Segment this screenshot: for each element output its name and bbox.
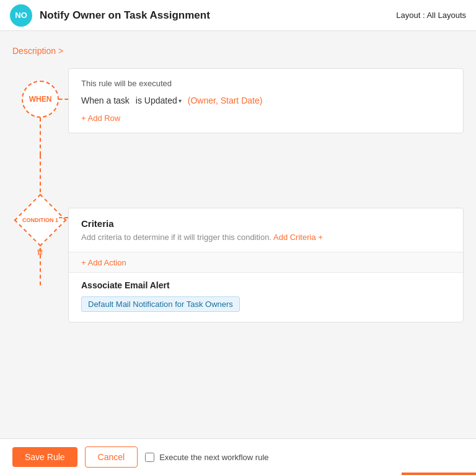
associate-email-section: Associate Email Alert Default Mail Notif… bbox=[81, 273, 451, 312]
criteria-title: Criteria bbox=[81, 218, 451, 229]
page-header: NO Notify Owner on Task Assignment Layou… bbox=[0, 0, 476, 31]
add-action-bar: + Add Action bbox=[69, 252, 463, 273]
footer: Save Rule Cancel Execute the next workfl… bbox=[0, 438, 476, 475]
add-row-link[interactable]: + Add Row bbox=[81, 113, 120, 123]
page-title: Notify Owner on Task Assignment bbox=[40, 9, 210, 22]
avatar: NO bbox=[10, 4, 32, 27]
execute-workflow-text: Execute the next workflow rule bbox=[159, 453, 268, 462]
delete-icon[interactable]: 🗑 bbox=[37, 247, 44, 256]
layout-label: Layout : All Layouts bbox=[396, 11, 466, 20]
description-link[interactable]: Description > bbox=[12, 46, 63, 56]
condition-label: CONDITION 1 bbox=[22, 217, 58, 224]
when-card: This rule will be executed When a task i… bbox=[68, 68, 464, 133]
cancel-button[interactable]: Cancel bbox=[85, 446, 138, 468]
save-rule-button[interactable]: Save Rule bbox=[12, 447, 77, 467]
task-row: When a task is Updated ▾ (Owner, Start D… bbox=[81, 94, 451, 107]
task-fields: (Owner, Start Date) bbox=[188, 95, 263, 105]
execute-workflow-checkbox[interactable] bbox=[145, 453, 154, 462]
workflow-area: WHEN CONDITION 1 🗑 bbox=[12, 68, 464, 322]
criteria-description: Add criteria to determine if it will tri… bbox=[81, 233, 451, 242]
execute-workflow-label[interactable]: Execute the next workflow rule bbox=[145, 453, 268, 462]
rule-executed-text: This rule will be executed bbox=[81, 79, 451, 88]
associate-email-title: Associate Email Alert bbox=[81, 280, 451, 290]
when-node: WHEN bbox=[22, 81, 59, 118]
card-gap bbox=[68, 133, 464, 208]
add-criteria-link[interactable]: Add Criteria + bbox=[273, 233, 323, 242]
condition-node: CONDITION 1 🗑 bbox=[15, 195, 65, 245]
chevron-down-icon: ▾ bbox=[178, 97, 182, 104]
main-content: Description > WHEN CONDITION 1 🗑 bbox=[0, 31, 476, 372]
header-left: NO Notify Owner on Task Assignment bbox=[10, 4, 210, 27]
condition-card: Criteria Add criteria to determine if it… bbox=[68, 208, 464, 322]
add-action-link[interactable]: + Add Action bbox=[81, 258, 126, 267]
cards-column: This rule will be executed When a task i… bbox=[68, 68, 464, 322]
dashed-connector-2 bbox=[40, 155, 41, 192]
bottom-bar-hint bbox=[402, 473, 476, 475]
node-column: WHEN CONDITION 1 🗑 bbox=[12, 68, 68, 285]
task-action-dropdown[interactable]: is Updated ▾ bbox=[133, 94, 184, 107]
dashed-connector-1 bbox=[40, 118, 41, 155]
task-prefix: When a task bbox=[81, 95, 130, 105]
email-alert-tag[interactable]: Default Mail Notification for Task Owner… bbox=[81, 296, 240, 312]
